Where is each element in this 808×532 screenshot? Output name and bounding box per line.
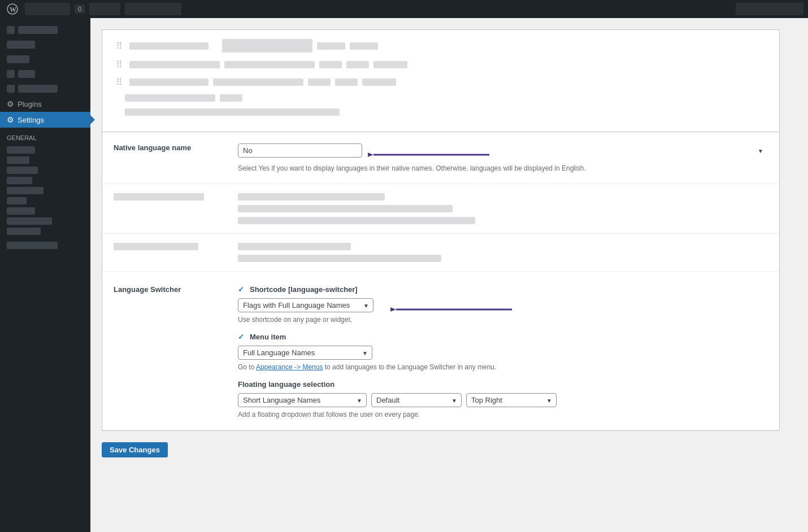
shortcode-checkbox-row: ✓ Shortcode [language-switcher] (238, 285, 768, 294)
main-content: ⠿ ⠿ (90, 18, 808, 532)
native-language-help: Select Yes if you want to display langua… (238, 164, 768, 172)
floating-style-wrapper: Short Language Names Full Language Names… (238, 393, 367, 407)
floating-position-wrapper: Top Right Top Left Bottom Right Bottom L… (466, 393, 557, 407)
admin-bar: W 0 (0, 0, 808, 18)
language-switcher-section: ✓ Shortcode [language-switcher] (238, 285, 768, 418)
native-language-select[interactable]: No Yes (238, 143, 362, 158)
floating-section: Floating language selection Short Langua… (238, 380, 768, 418)
appearance-menus-link[interactable]: Appearance -> Menus (256, 363, 323, 371)
floating-label: Floating language selection (238, 380, 335, 389)
drag-handle-1[interactable]: ⠿ (116, 41, 123, 51)
native-language-section: No Yes ▼ Select Yes if you want to displ… (238, 143, 768, 172)
floating-position-select[interactable]: Top Right Top Left Bottom Right Bottom L… (466, 393, 557, 407)
settings-active-arrow (90, 115, 95, 124)
menu-item-label: Menu item (250, 333, 286, 341)
sidebar-item-4[interactable] (0, 67, 90, 81)
language-switcher-label: Language Switcher (102, 272, 227, 430)
drag-handle-3[interactable]: ⠿ (116, 77, 123, 88)
native-language-select-arrow: ▼ (758, 147, 763, 154)
sidebar-item-plugins[interactable]: ⚙ Plugins (0, 96, 90, 112)
admin-bar-search[interactable] (736, 3, 803, 15)
menu-item-section: ✓ Menu item Full Language Names Shor (238, 333, 768, 371)
sidebar-item-settings[interactable]: ⚙ Settings (0, 112, 90, 128)
shortcode-select-wrapper: Flags with Full Language Names Flags onl… (238, 298, 373, 312)
plugins-icon: ⚙ (7, 99, 14, 108)
save-changes-button[interactable]: Save Changes (102, 442, 168, 457)
arrow-annotation-native (368, 146, 492, 163)
sidebar-sub-7[interactable] (7, 207, 35, 215)
floating-style-select[interactable]: Short Language Names Full Language Names… (238, 393, 367, 407)
admin-bar-comments[interactable]: 0 (75, 5, 85, 14)
sidebar-sub-4[interactable] (7, 177, 32, 184)
shortcode-style-select[interactable]: Flags with Full Language Names Flags onl… (238, 298, 373, 312)
sidebar-sub-3[interactable] (7, 167, 38, 174)
menu-select-container: Full Language Names Short Language Names… (238, 346, 768, 360)
admin-bar-new[interactable] (89, 3, 120, 15)
sidebar-sub-9[interactable] (7, 228, 41, 235)
menu-tick: ✓ (238, 333, 244, 341)
shortcode-tick: ✓ (238, 285, 244, 294)
sidebar: ⚙ Plugins ⚙ Settings General (0, 18, 90, 532)
sidebar-sub-2[interactable] (7, 156, 29, 164)
floating-checkbox-row: Floating language selection (238, 380, 768, 389)
floating-dropdowns: Short Language Names Full Language Names… (238, 393, 768, 407)
svg-text:W: W (10, 6, 16, 14)
sidebar-item-1[interactable] (0, 23, 90, 37)
shortcode-section: ✓ Shortcode [language-switcher] (238, 285, 768, 324)
floating-theme-select[interactable]: Default Light Dark (371, 393, 462, 407)
menu-select-wrapper: Full Language Names Short Language Names… (238, 346, 372, 360)
floating-theme-wrapper: Default Light Dark ▼ (371, 393, 462, 407)
shortcode-select-container: Flags with Full Language Names Flags onl… (238, 298, 768, 312)
settings-form-table: Native language name (102, 132, 779, 430)
sidebar-sub-5[interactable] (7, 187, 44, 194)
wp-logo[interactable]: W (5, 1, 20, 17)
settings-icon: ⚙ (7, 115, 14, 124)
sidebar-general-label: General (0, 128, 90, 143)
drag-handle-2[interactable]: ⠿ (116, 59, 123, 70)
native-language-select-wrapper: No Yes ▼ (238, 143, 768, 158)
floating-help: Add a floating dropdown that follows the… (238, 411, 768, 418)
arrow-annotation-shortcode (390, 301, 515, 318)
settings-label: Settings (18, 116, 44, 124)
menu-item-checkbox-row: ✓ Menu item (238, 333, 768, 341)
sidebar-sub-1[interactable] (7, 146, 35, 154)
admin-bar-site[interactable] (25, 3, 70, 15)
menu-item-help: Go to Appearance -> Menus to add languag… (238, 363, 768, 371)
native-language-label: Native language name (102, 132, 227, 184)
sidebar-item-5[interactable] (0, 81, 90, 96)
shortcode-label: Shortcode [language-switcher] (250, 285, 358, 294)
admin-bar-extra[interactable] (125, 3, 181, 15)
sidebar-sub-6[interactable] (7, 197, 27, 204)
plugins-label: Plugins (18, 100, 42, 108)
menu-style-select[interactable]: Full Language Names Short Language Names… (238, 346, 372, 360)
sidebar-item-3[interactable] (0, 52, 90, 67)
sidebar-sub-8[interactable] (7, 217, 52, 225)
sidebar-item-2[interactable] (0, 37, 90, 52)
sidebar-bottom-bar (7, 242, 58, 249)
